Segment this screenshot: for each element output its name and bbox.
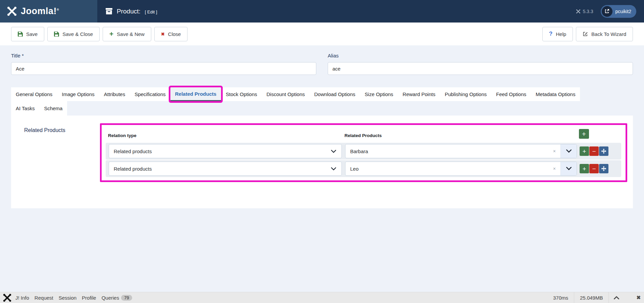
render-time: 370ms xyxy=(547,292,574,303)
chevron-down-icon xyxy=(331,167,336,171)
alias-input[interactable] xyxy=(328,62,633,75)
related-product-select[interactable]: Barbara × xyxy=(345,144,577,158)
user-menu-button[interactable]: pcuikit2 xyxy=(601,5,636,18)
move-icon xyxy=(601,148,606,154)
move-icon xyxy=(601,166,606,171)
help-button[interactable]: ? Help xyxy=(542,27,573,41)
title-label: Title * xyxy=(11,53,316,58)
collapse-debug-bar-button[interactable] xyxy=(608,292,624,303)
select-dropdown-toggle[interactable] xyxy=(560,144,577,158)
tab-size-options[interactable]: Size Options xyxy=(360,87,398,101)
plus-icon: + xyxy=(582,130,586,137)
edit-pencil-icon xyxy=(583,31,588,37)
tab-discount-options[interactable]: Discount Options xyxy=(262,87,310,101)
tab-attributes[interactable]: Attributes xyxy=(99,87,130,101)
remove-value-icon[interactable]: × xyxy=(553,166,556,171)
external-link-icon xyxy=(602,6,612,17)
relation-row: Related products Barbara × + − xyxy=(106,143,621,160)
tab-download-options[interactable]: Download Options xyxy=(310,87,360,101)
remove-value-icon[interactable]: × xyxy=(553,149,556,154)
relation-type-select[interactable]: Related products xyxy=(109,162,342,176)
plus-icon: + xyxy=(109,30,113,37)
debug-queries-link[interactable]: Queries 79 xyxy=(102,295,132,301)
related-product-select[interactable]: Leo × xyxy=(345,162,577,176)
title-input[interactable] xyxy=(11,62,316,75)
tab-feed-options[interactable]: Feed Options xyxy=(491,87,531,101)
close-x-icon: ✖ xyxy=(161,32,165,37)
back-to-wizard-button[interactable]: Back To Wizard xyxy=(576,27,633,41)
annotation-highlight-panel: Relation type Related Products + Related… xyxy=(100,123,627,182)
related-products-column-header: Related Products xyxy=(344,133,382,138)
chevron-down-icon xyxy=(566,149,572,153)
debug-session-link[interactable]: Session xyxy=(59,295,76,301)
tab-image-options[interactable]: Image Options xyxy=(57,87,99,101)
chevron-down-icon xyxy=(331,150,336,153)
chevron-down-icon xyxy=(566,167,572,170)
move-row-handle[interactable] xyxy=(599,164,608,173)
top-bar: Joomla!® Product: [ Edit ] 5.3.3 xyxy=(0,0,644,23)
debug-status-bar: J! Info Request Session Profile Queries … xyxy=(0,292,644,303)
tab-bar: General Options Image Options Attributes… xyxy=(11,87,580,116)
debug-jinfo-link[interactable]: J! Info xyxy=(15,295,29,301)
tab-metadata-options[interactable]: Metadata Options xyxy=(531,87,580,101)
add-row-button[interactable]: + xyxy=(580,146,589,156)
joomla-logo-icon xyxy=(7,6,17,16)
version-text: 5.3.3 xyxy=(583,9,593,14)
debug-profile-link[interactable]: Profile xyxy=(82,295,96,301)
joomla-debug-logo-icon xyxy=(3,293,12,302)
save-and-new-button[interactable]: + Save & New xyxy=(103,27,151,41)
chevron-up-icon xyxy=(614,296,619,299)
close-debug-bar-button[interactable]: ✖ xyxy=(633,295,644,301)
tab-related-products[interactable]: Related Products xyxy=(170,87,221,101)
alias-label: Alias xyxy=(328,53,633,58)
save-button[interactable]: Save xyxy=(11,27,44,41)
save-icon xyxy=(18,32,23,37)
memory-usage: 25.049MB xyxy=(574,292,608,303)
close-button[interactable]: ✖ Close xyxy=(154,27,187,41)
joomla-version-icon xyxy=(576,9,581,14)
queries-count-badge: 79 xyxy=(121,295,132,301)
add-row-button[interactable]: + xyxy=(580,164,589,173)
save-close-icon xyxy=(54,32,59,37)
question-icon: ? xyxy=(549,31,552,37)
move-row-handle[interactable] xyxy=(599,146,608,156)
remove-row-button[interactable]: − xyxy=(589,146,599,156)
debug-request-link[interactable]: Request xyxy=(35,295,53,301)
tab-specifications[interactable]: Specifications xyxy=(130,87,170,101)
joomla-wordmark: Joomla!® xyxy=(21,6,59,16)
tab-reward-points[interactable]: Reward Points xyxy=(398,87,440,101)
product-archive-icon xyxy=(106,8,112,15)
remove-row-button[interactable]: − xyxy=(589,164,599,173)
tab-general-options[interactable]: General Options xyxy=(11,87,57,101)
save-and-close-button[interactable]: Save & Close xyxy=(47,27,100,41)
related-products-fieldset-label: Related Products xyxy=(24,127,65,133)
username: pcuikit2 xyxy=(615,9,631,14)
tab-stock-options[interactable]: Stock Options xyxy=(221,87,262,101)
joomla-logo-area: Joomla!® xyxy=(0,0,97,23)
page-title-area: Product: [ Edit ] xyxy=(97,0,576,23)
page-subtitle: [ Edit ] xyxy=(145,9,157,14)
tab-ai-tasks[interactable]: AI Tasks xyxy=(11,101,39,116)
joomla-version: 5.3.3 xyxy=(576,9,593,14)
relation-type-select[interactable]: Related products xyxy=(109,144,342,158)
tab-schema[interactable]: Schema xyxy=(39,101,67,116)
tab-publishing-options[interactable]: Publishing Options xyxy=(440,87,491,101)
toolbar: Save Save & Close + Save & New ✖ Close ?… xyxy=(0,23,644,45)
relation-type-column-header: Relation type xyxy=(108,133,137,138)
select-dropdown-toggle[interactable] xyxy=(560,162,577,175)
tab-content-panel: Related Products Relation type Related P… xyxy=(11,116,633,208)
add-row-button[interactable]: + xyxy=(579,129,589,139)
page-title: Product: xyxy=(117,8,141,15)
relation-row: Related products Leo × + − xyxy=(106,160,621,177)
